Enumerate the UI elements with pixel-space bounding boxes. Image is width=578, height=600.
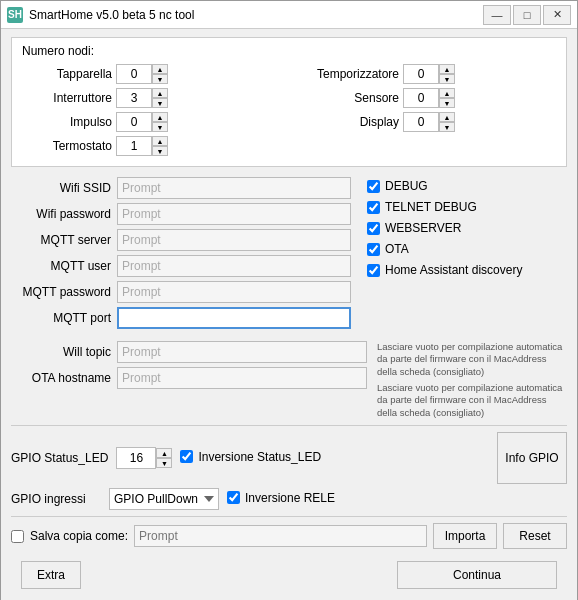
- nodi-up-btn[interactable]: ▲: [152, 136, 168, 146]
- nodi-row-interruttore: Interruttore ▲ ▼: [22, 88, 289, 108]
- form-row-mqtt-server: MQTT server: [11, 229, 351, 251]
- will-topic-row-inner: Will topic: [11, 341, 367, 363]
- nodi-up-btn[interactable]: ▲: [439, 64, 455, 74]
- nodi-label: Display: [289, 115, 399, 129]
- inversione-status-label: Inversione Status_LED: [198, 450, 321, 464]
- inversione-rele-row: Inversione RELE: [227, 491, 335, 505]
- divider-2: [11, 516, 567, 517]
- nodi-spinner-input[interactable]: [403, 88, 439, 108]
- minimize-button[interactable]: —: [483, 5, 511, 25]
- checkbox-label-0: DEBUG: [385, 179, 428, 193]
- form-input-5[interactable]: [117, 307, 351, 329]
- nodi-spinner-input[interactable]: [116, 88, 152, 108]
- inversione-rele-checkbox[interactable]: [227, 491, 240, 504]
- nodi-spinner-input[interactable]: [403, 64, 439, 84]
- salva-row: Salva copia come: Importa Reset: [11, 523, 567, 549]
- checkbox-4[interactable]: [367, 264, 380, 277]
- nodi-label: Impulso: [22, 115, 112, 129]
- form-input-0[interactable]: [117, 177, 351, 199]
- nodi-spinner-input[interactable]: [116, 112, 152, 132]
- checkbox-label-4: Home Assistant discovery: [385, 263, 522, 277]
- form-label: MQTT port: [11, 311, 111, 325]
- nodi-up-btn[interactable]: ▲: [152, 112, 168, 122]
- nodi-spinner-btns: ▲ ▼: [152, 136, 168, 156]
- gpio-status-led-up-btn[interactable]: ▲: [156, 448, 172, 458]
- salva-input[interactable]: [134, 525, 427, 547]
- info-gpio-button[interactable]: Info GPIO: [497, 432, 567, 484]
- nodi-spinner-input[interactable]: [116, 64, 152, 84]
- maximize-button[interactable]: □: [513, 5, 541, 25]
- nodi-spinner-btns: ▲ ▼: [439, 88, 455, 108]
- form-input-2[interactable]: [117, 229, 351, 251]
- reset-button[interactable]: Reset: [503, 523, 567, 549]
- inversione-status-checkbox[interactable]: [180, 450, 193, 463]
- nodi-spinner: ▲ ▼: [403, 112, 455, 132]
- form-label: Wifi SSID: [11, 181, 111, 195]
- nodi-spinner-input[interactable]: [116, 136, 152, 156]
- nodi-up-btn[interactable]: ▲: [439, 112, 455, 122]
- hints-container: Lasciare vuoto per compilazione automati…: [367, 341, 567, 419]
- nodi-down-btn[interactable]: ▼: [439, 122, 455, 132]
- form-row-mqtt-port: MQTT port: [11, 307, 351, 329]
- checkbox-2[interactable]: [367, 222, 380, 235]
- nodi-label: Interruttore: [22, 91, 112, 105]
- gpio-status-led-down-btn[interactable]: ▼: [156, 458, 172, 468]
- nodi-up-btn[interactable]: ▲: [439, 88, 455, 98]
- nodi-spinner-btns: ▲ ▼: [152, 64, 168, 84]
- nodi-down-btn[interactable]: ▼: [152, 122, 168, 132]
- nodi-spinner: ▲ ▼: [116, 88, 168, 108]
- nodi-spinner-input[interactable]: [403, 112, 439, 132]
- nodi-up-btn[interactable]: ▲: [152, 64, 168, 74]
- checkbox-3[interactable]: [367, 243, 380, 256]
- checkbox-1[interactable]: [367, 201, 380, 214]
- will-topic-left: Will topic OTA hostname: [11, 341, 367, 419]
- gpio-bottom-row: GPIO ingressi GPIO PullDownGPIO PullUpGP…: [11, 488, 567, 510]
- inversione-status-row: Inversione Status_LED: [180, 450, 321, 464]
- form-input-3[interactable]: [117, 255, 351, 277]
- nodi-spinner: ▲ ▼: [116, 136, 168, 156]
- ota-hostname-label: OTA hostname: [11, 371, 111, 385]
- nodi-up-btn[interactable]: ▲: [152, 88, 168, 98]
- nodi-spinner-btns: ▲ ▼: [152, 88, 168, 108]
- gpio-status-led-label: GPIO Status_LED: [11, 451, 108, 465]
- checkbox-0[interactable]: [367, 180, 380, 193]
- gpio-ingressi-dropdown[interactable]: GPIO PullDownGPIO PullUpGPIO Normal: [109, 488, 219, 510]
- nodi-down-btn[interactable]: ▼: [152, 98, 168, 108]
- checkbox-row-debug: DEBUG: [367, 179, 567, 193]
- salva-checkbox[interactable]: [11, 530, 24, 543]
- form-row-wifi-password: Wifi password: [11, 203, 351, 225]
- continua-button[interactable]: Continua: [397, 561, 557, 589]
- checkbox-row-telnet-debug: TELNET DEBUG: [367, 200, 567, 214]
- form-row-mqtt-user: MQTT user: [11, 255, 351, 277]
- close-button[interactable]: ✕: [543, 5, 571, 25]
- form-input-1[interactable]: [117, 203, 351, 225]
- nodi-spinner: ▲ ▼: [403, 88, 455, 108]
- nodi-down-btn[interactable]: ▼: [152, 146, 168, 156]
- nodi-row-termostato: Termostato ▲ ▼: [22, 136, 289, 156]
- nodi-spinner: ▲ ▼: [116, 64, 168, 84]
- gpio-status-led-spinner: ▲ ▼: [116, 447, 172, 469]
- gpio-top-row: GPIO Status_LED ▲ ▼ Inversione Status_LE…: [11, 432, 567, 484]
- nodi-left-col: Tapparella ▲ ▼ Interruttore ▲ ▼ Impulso …: [22, 64, 289, 158]
- nodi-right-col: Temporizzatore ▲ ▼ Sensore ▲ ▼ Display ▲…: [289, 64, 556, 158]
- bottom-bar: Extra Continua: [11, 557, 567, 597]
- ota-hostname-input[interactable]: [117, 367, 367, 389]
- nodi-down-btn[interactable]: ▼: [152, 74, 168, 84]
- nodi-spinner-btns: ▲ ▼: [439, 64, 455, 84]
- salva-label: Salva copia come:: [30, 529, 128, 543]
- will-topic-row: Will topic OTA hostname Lasciare vuoto p…: [11, 341, 567, 419]
- nodi-label: Termostato: [22, 139, 112, 153]
- extra-button[interactable]: Extra: [21, 561, 81, 589]
- gpio-status-led-input[interactable]: [116, 447, 156, 469]
- form-input-4[interactable]: [117, 281, 351, 303]
- checkbox-label-2: WEBSERVER: [385, 221, 461, 235]
- will-topic-input[interactable]: [117, 341, 367, 363]
- nodi-down-btn[interactable]: ▼: [439, 74, 455, 84]
- form-label: MQTT server: [11, 233, 111, 247]
- gpio-status-led-spinner-buttons: ▲ ▼: [156, 448, 172, 468]
- app-icon: SH: [7, 7, 23, 23]
- form-label: MQTT password: [11, 285, 111, 299]
- ota-hostname-row: OTA hostname: [11, 367, 367, 389]
- importa-button[interactable]: Importa: [433, 523, 497, 549]
- nodi-down-btn[interactable]: ▼: [439, 98, 455, 108]
